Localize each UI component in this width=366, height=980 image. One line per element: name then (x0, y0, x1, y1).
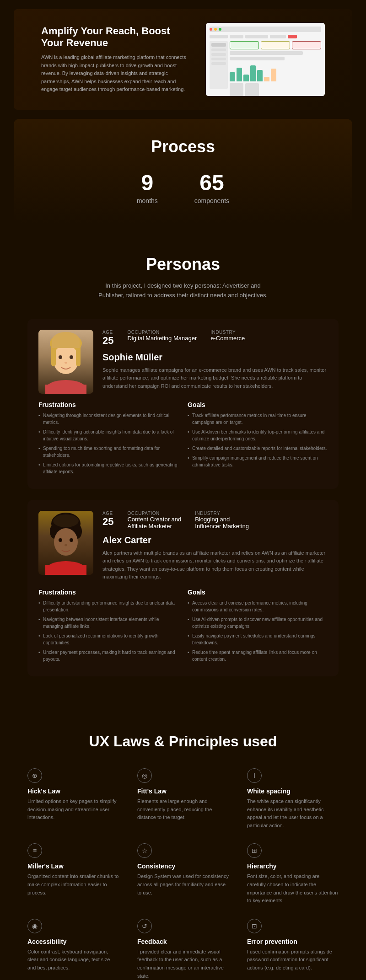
frustration-item: Difficulty understanding performance ins… (38, 600, 178, 613)
svg-rect-2 (51, 343, 56, 366)
law-desc-2: The white space can significantly enhanc… (247, 798, 339, 830)
goal-item: Use AI-driven benchmarks to identify top… (188, 428, 328, 442)
law-icon-1: ◎ (137, 768, 152, 783)
goal-item: Reduce time spent managing affiliate lin… (188, 649, 328, 663)
svg-rect-3 (76, 343, 81, 366)
law-item-8: ⊡ Error prevention I used confirmation p… (247, 919, 339, 980)
stat-components: 65 components (194, 170, 229, 204)
law-icon-8: ⊡ (247, 919, 262, 933)
law-title-4: Consistency (137, 862, 229, 870)
sophie-frustrations: Frustrations Navigating through inconsis… (38, 401, 178, 478)
law-icon-5: ⊞ (247, 843, 262, 858)
stat-components-number: 65 (194, 170, 229, 195)
svg-point-4 (59, 355, 62, 359)
goal-item: Create detailed and customizable reports… (188, 445, 328, 452)
persona-card-alex: Age 25 Occupation Content Creator and Af… (27, 500, 339, 676)
alex-name: Alex Carter (102, 535, 328, 546)
law-desc-5: Font size, color, and spacing are carefu… (247, 873, 339, 905)
goals-title-alex: Goals (188, 589, 328, 596)
frustration-item: Limited options for automating repetitiv… (38, 461, 178, 475)
goals-title: Goals (188, 401, 328, 408)
stat-months: 9 months (137, 170, 158, 204)
sophie-industry: e-Commerce (210, 335, 245, 342)
law-item-0: ⊕ Hick's Law Limited options on key page… (27, 768, 119, 830)
sophie-goals: Goals Track affiliate performance metric… (188, 401, 328, 478)
frustration-item: Navigating through inconsistent design e… (38, 412, 178, 426)
hero-section: Amplify Your Reach, Boost Your Revenue A… (14, 9, 352, 110)
personas-title: Personas (27, 255, 339, 274)
law-item-3: ≡ Miller's Law Organized content into sm… (27, 843, 119, 905)
svg-point-14 (70, 538, 73, 542)
industry-label-alex: Industry (195, 511, 249, 516)
personas-section: Personas In this project, I designed two… (0, 227, 366, 706)
law-title-0: Hick's Law (27, 787, 119, 795)
frustrations-title: Frustrations (38, 401, 178, 408)
alex-age: 25 (102, 516, 113, 528)
frustration-item: Spending too much time exporting and for… (38, 445, 178, 459)
alex-description: Alex partners with multiple brands as an… (102, 549, 328, 581)
stat-components-label: components (194, 197, 229, 204)
persona-avatar-sophie (38, 330, 93, 394)
svg-point-1 (53, 345, 79, 374)
law-item-5: ⊞ Hierarchy Font size, color, and spacin… (247, 843, 339, 905)
alex-frustrations-list: Difficulty understanding performance ins… (38, 600, 178, 663)
law-desc-8: I used confirmation prompts alongside pa… (247, 948, 339, 972)
industry-label: Industry (210, 330, 245, 335)
stat-months-label: months (137, 197, 158, 204)
personas-subtitle: In this project, I designed two key pers… (92, 281, 274, 300)
process-stats: 9 months 65 components (32, 170, 334, 204)
frustration-item: Unclear payment processes, making it har… (38, 649, 178, 663)
frustration-item: Navigating between inconsistent interfac… (38, 616, 178, 630)
goal-item: Access clear and concise performance met… (188, 600, 328, 613)
law-title-8: Error prevention (247, 938, 339, 945)
law-item-6: ◉ Accessibility Color contrast, keyboard… (27, 919, 119, 980)
sophie-age: 25 (102, 335, 113, 347)
occupation-label-alex: Occupation (127, 511, 181, 516)
law-title-7: Feedback (137, 938, 229, 945)
law-desc-3: Organized content into smaller chunks to… (27, 873, 119, 897)
age-label: Age (102, 330, 113, 335)
svg-point-15 (65, 544, 67, 546)
law-item-1: ◎ Fitt's Law Elements are large enough a… (137, 768, 229, 830)
law-icon-3: ≡ (27, 843, 42, 858)
law-item-7: ↺ Feedback I provided clear and immediat… (137, 919, 229, 980)
alex-industry: Blogging and Influencer Marketing (195, 516, 249, 530)
age-label-alex: Age (102, 511, 113, 516)
alex-occupation: Content Creator and Affiliate Marketer (127, 516, 181, 530)
svg-rect-17 (45, 565, 86, 575)
law-icon-6: ◉ (27, 919, 42, 933)
frustrations-title-alex: Frustrations (38, 589, 178, 596)
frustration-item: Difficulty identifying actionable insigh… (38, 428, 178, 442)
law-title-2: White spacing (247, 787, 339, 795)
goal-item: Track affiliate performance metrics in r… (188, 412, 328, 426)
sophie-name: Sophie Müller (102, 352, 328, 363)
alex-goals: Goals Access clear and concise performan… (188, 589, 328, 665)
svg-point-6 (65, 362, 67, 364)
law-title-3: Miller's Law (27, 862, 119, 870)
law-title-5: Hierarchy (247, 862, 339, 870)
goal-item: Simplify campaign management and reduce … (188, 455, 328, 468)
law-title-1: Fitt's Law (137, 787, 229, 795)
law-desc-4: Design System was used for consistency a… (137, 873, 229, 897)
svg-rect-8 (45, 385, 86, 394)
hero-image (206, 23, 325, 96)
law-icon-0: ⊕ (27, 768, 42, 783)
svg-point-13 (59, 538, 62, 542)
alex-goals-list: Access clear and concise performance met… (188, 600, 328, 663)
persona-avatar-alex (38, 511, 93, 575)
persona-meta-alex: Age 25 Occupation Content Creator and Af… (102, 511, 328, 581)
law-desc-7: I provided clear and immediate visual fe… (137, 948, 229, 980)
laws-grid: ⊕ Hick's Law Limited options on key page… (27, 768, 339, 980)
ux-laws-title: UX Laws & Principles used (27, 733, 339, 750)
ux-laws-section: UX Laws & Principles used ⊕ Hick's Law L… (0, 706, 366, 980)
sophie-frustrations-list: Navigating through inconsistent design e… (38, 412, 178, 475)
sophie-description: Sophie manages affiliate campaigns for a… (102, 366, 328, 391)
process-section: Process 9 months 65 components (14, 119, 352, 223)
law-title-6: Accessibility (27, 938, 119, 945)
stat-months-number: 9 (137, 170, 158, 195)
law-icon-4: ☆ (137, 843, 152, 858)
goal-item: Use AI-driven prompts to discover new af… (188, 616, 328, 630)
law-icon-7: ↺ (137, 919, 152, 933)
law-item-2: I White spacing The white space can sign… (247, 768, 339, 830)
frustration-item: Lack of personalized recommendations to … (38, 632, 178, 646)
